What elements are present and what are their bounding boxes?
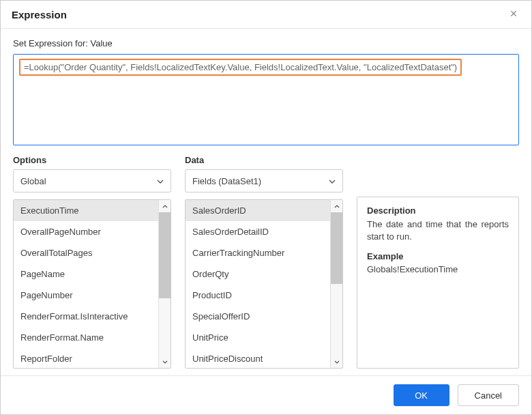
- data-label: Data: [185, 155, 343, 165]
- dialog-footer: OK Cancel: [1, 375, 531, 414]
- options-column: Options Global ExecutionTimeOverallPageN…: [13, 155, 171, 369]
- scroll-thumb[interactable]: [331, 212, 342, 284]
- scroll-down-icon[interactable]: [331, 356, 342, 368]
- list-item[interactable]: ReportFolder: [14, 348, 158, 368]
- options-listbox[interactable]: ExecutionTimeOverallPageNumberOverallTot…: [13, 199, 171, 369]
- dialog-title: Expression: [12, 9, 67, 20]
- ok-button[interactable]: OK: [394, 384, 449, 406]
- scroll-down-icon[interactable]: [159, 356, 171, 368]
- list-item[interactable]: UnitPrice: [186, 327, 330, 348]
- options-select-value: Global: [20, 176, 46, 186]
- data-select-value: Fields (DataSet1): [192, 176, 261, 186]
- set-expression-label: Set Expression for: Value: [13, 38, 519, 48]
- dialog-body: Set Expression for: Value =Lookup("Order…: [1, 29, 531, 375]
- list-item[interactable]: PageName: [14, 263, 158, 285]
- list-item[interactable]: OverallTotalPages: [14, 242, 158, 263]
- chevron-down-icon: [157, 176, 164, 186]
- scroll-thumb[interactable]: [159, 212, 171, 298]
- cancel-button[interactable]: Cancel: [458, 384, 519, 406]
- expression-input[interactable]: =Lookup("Order Quantity", Fields!Localiz…: [13, 54, 519, 145]
- list-item[interactable]: SalesOrderID: [186, 200, 330, 221]
- scroll-up-icon[interactable]: [159, 200, 171, 212]
- dialog-header: Expression ×: [1, 1, 531, 29]
- list-item[interactable]: ProductID: [186, 285, 330, 306]
- list-item[interactable]: PageNumber: [14, 285, 158, 306]
- scroll-track[interactable]: [159, 212, 171, 356]
- example-label: Example: [367, 251, 509, 261]
- list-item[interactable]: OverallPageNumber: [14, 221, 158, 242]
- example-text: Globals!ExecutionTime: [367, 264, 509, 274]
- data-select[interactable]: Fields (DataSet1): [185, 169, 343, 192]
- data-scrollbar[interactable]: [330, 200, 342, 368]
- chevron-down-icon: [329, 176, 336, 186]
- close-icon[interactable]: ×: [507, 8, 520, 21]
- expression-text: =Lookup("Order Quantity", Fields!Localiz…: [19, 59, 462, 76]
- columns: Options Global ExecutionTimeOverallPageN…: [13, 155, 519, 369]
- list-item[interactable]: SpecialOfferID: [186, 306, 330, 327]
- list-item[interactable]: UnitPriceDiscount: [186, 348, 330, 368]
- info-column: Description The date and time that the r…: [357, 155, 519, 369]
- list-item[interactable]: SalesOrderDetailID: [186, 221, 330, 242]
- list-item[interactable]: CarrierTrackingNumber: [186, 242, 330, 263]
- options-label: Options: [13, 155, 171, 165]
- list-item[interactable]: RenderFormat.IsInteractive: [14, 306, 158, 327]
- list-item[interactable]: RenderFormat.Name: [14, 327, 158, 348]
- list-item[interactable]: OrderQty: [186, 263, 330, 285]
- data-column: Data Fields (DataSet1) SalesOrderIDSales…: [185, 155, 343, 369]
- options-scrollbar[interactable]: [158, 200, 171, 368]
- expression-dialog: Expression × Set Expression for: Value =…: [0, 0, 532, 415]
- list-item[interactable]: ExecutionTime: [14, 200, 158, 221]
- description-text: The date and time that the reports start…: [367, 218, 509, 243]
- scroll-up-icon[interactable]: [331, 200, 342, 212]
- scroll-track[interactable]: [331, 212, 342, 356]
- description-label: Description: [367, 205, 509, 216]
- options-select[interactable]: Global: [13, 169, 171, 192]
- info-box: Description The date and time that the r…: [357, 197, 519, 369]
- data-listbox[interactable]: SalesOrderIDSalesOrderDetailIDCarrierTra…: [185, 199, 343, 369]
